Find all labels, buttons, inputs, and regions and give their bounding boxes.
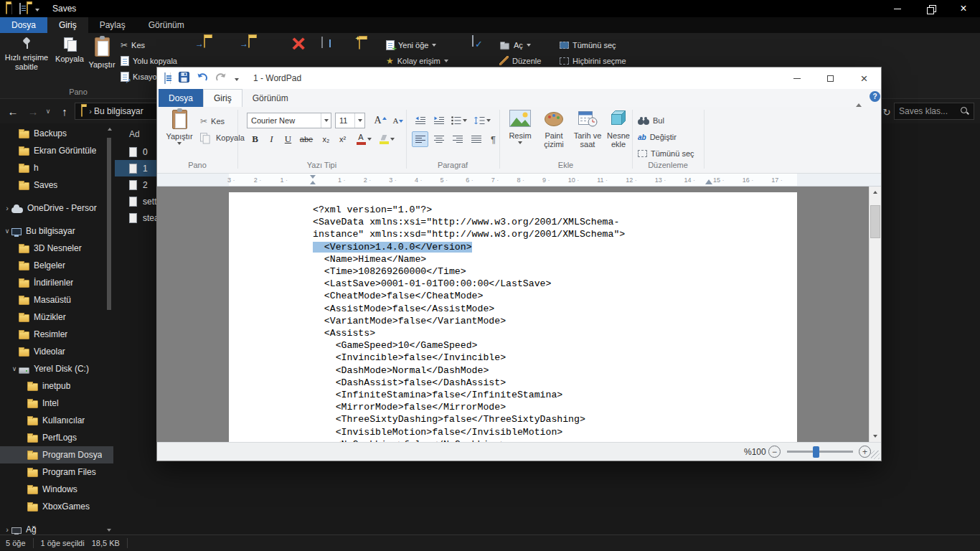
resize-grip[interactable] <box>871 451 880 459</box>
zoom-in-button[interactable]: + <box>859 446 871 458</box>
sidebar-item[interactable]: Program Dosya <box>0 446 113 463</box>
sidebar-item[interactable]: Ağ <box>0 521 113 534</box>
sidebar-item[interactable]: Program Files <box>0 463 113 481</box>
sidebar-item[interactable]: Resimler <box>0 326 113 343</box>
explorer-tab-giris[interactable]: Giriş <box>47 17 88 33</box>
sidebar-item[interactable]: Masaüstü <box>0 291 113 309</box>
rename-button[interactable] <box>321 37 323 47</box>
wordpad-minimize-button[interactable] <box>780 67 814 89</box>
new-folder-button[interactable] <box>359 39 360 49</box>
chevron-icon[interactable] <box>3 227 11 235</box>
pin-to-quick-access-button[interactable]: Hızlı erişime sabitle <box>3 34 50 86</box>
delete-button[interactable] <box>291 34 306 54</box>
qat-new-folder-icon[interactable] <box>27 3 28 14</box>
shrink-font-button[interactable] <box>387 113 404 128</box>
document-page[interactable]: <?xml version="1.0"?> <SaveData xmlns:xs… <box>229 192 797 442</box>
wordpad-tab-gorunum[interactable]: Görünüm <box>242 89 298 107</box>
search-icon[interactable] <box>961 107 969 116</box>
sidebar-item[interactable]: XboxGames <box>0 498 113 515</box>
indent-marker[interactable] <box>310 175 316 184</box>
insert-picture-button[interactable]: Resim <box>504 108 536 144</box>
sidebar-item[interactable]: Intel <box>0 395 113 412</box>
sidebar-item[interactable]: OneDrive - Persor <box>0 199 113 217</box>
zoom-slider-track[interactable] <box>787 451 853 453</box>
refresh-button[interactable] <box>881 99 892 123</box>
chevron-icon[interactable] <box>3 204 11 212</box>
line-spacing-button[interactable] <box>472 113 492 128</box>
sidebar-scrollbar[interactable] <box>106 125 113 534</box>
copy-button[interactable]: Kopyala <box>55 34 85 86</box>
sidebar-item[interactable]: Windows <box>0 481 113 498</box>
sidebar-item[interactable]: Saves <box>0 176 113 194</box>
sidebar-item[interactable]: h <box>0 159 113 176</box>
up-button[interactable]: ↑ <box>56 99 73 123</box>
chevron-icon[interactable] <box>3 525 11 534</box>
font-size-select[interactable]: 11 <box>335 113 365 128</box>
font-family-caret-icon[interactable] <box>321 113 331 128</box>
recent-locations-caret-icon[interactable]: ∨ <box>42 99 55 123</box>
select-none-button[interactable]: Hiçbirini seçme <box>560 53 626 68</box>
grow-font-button[interactable] <box>369 113 386 128</box>
highlight-button[interactable] <box>377 131 397 147</box>
document-scrollbar[interactable] <box>869 187 881 442</box>
align-center-button[interactable] <box>430 131 447 147</box>
search-input[interactable] <box>899 106 961 116</box>
strikethrough-button[interactable]: abe <box>296 131 316 147</box>
back-button[interactable]: ← <box>3 99 23 123</box>
explorer-restore-button[interactable] <box>914 0 947 17</box>
easy-access-button[interactable]: Kolay erişim <box>386 53 448 68</box>
sidebar-item[interactable]: inetpub <box>0 377 113 395</box>
superscript-button[interactable]: x² <box>334 131 351 147</box>
sidebar-item[interactable]: Yerel Disk (C:) <box>0 360 113 377</box>
collapse-ribbon-button[interactable] <box>856 93 862 103</box>
explorer-titlebar[interactable]: Saves <box>0 0 980 17</box>
font-family-select[interactable]: Courier New <box>247 113 331 128</box>
search-box[interactable] <box>894 103 974 120</box>
select-all-button[interactable]: Tümünü seç <box>638 146 694 161</box>
sidebar-item[interactable]: İndirilenler <box>0 274 113 291</box>
forward-button[interactable]: → <box>24 99 42 123</box>
qat-customize-caret-icon[interactable] <box>235 78 239 81</box>
edit-button[interactable]: Düzenle <box>499 53 541 68</box>
qat-properties-icon[interactable] <box>19 3 21 14</box>
scroll-up-icon[interactable] <box>873 191 877 194</box>
explorer-close-button[interactable] <box>947 0 980 17</box>
sidebar-item[interactable]: Belgeler <box>0 257 113 274</box>
replace-button[interactable]: ab Değiştir <box>638 130 677 144</box>
chevron-icon[interactable] <box>10 365 19 372</box>
sidebar-item[interactable]: Bu bilgisayar <box>0 222 113 240</box>
document-scrollbar-thumb[interactable] <box>870 205 880 238</box>
wordpad-titlebar[interactable]: 1 - WordPad <box>157 67 881 89</box>
wordpad-tab-giris[interactable]: Giriş <box>203 89 242 107</box>
paste-button[interactable]: Yapıştır <box>86 34 118 86</box>
copy-path-button[interactable]: Yolu kopyala <box>121 53 177 68</box>
insert-paint-drawing-button[interactable]: Paint çizimi <box>538 108 570 149</box>
font-size-caret-icon[interactable] <box>354 113 364 128</box>
select-all-button[interactable]: Tümünü seç <box>560 37 616 52</box>
undo-button[interactable] <box>197 72 208 85</box>
sidebar-item[interactable]: Ekran Görüntüle <box>0 142 113 159</box>
sidebar-item[interactable]: PerfLogs <box>0 429 113 446</box>
explorer-tab-gorunum[interactable]: Görünüm <box>137 17 196 33</box>
sidebar-item[interactable]: Videolar <box>0 343 113 360</box>
scroll-up-icon[interactable] <box>108 128 112 131</box>
explorer-tab-dosya[interactable]: Dosya <box>0 17 47 33</box>
right-indent-marker[interactable] <box>705 179 712 184</box>
explorer-tab-paylas[interactable]: Paylaş <box>88 17 137 33</box>
justify-button[interactable] <box>468 131 484 147</box>
zoom-slider-thumb[interactable] <box>813 446 819 458</box>
italic-button[interactable]: I <box>263 131 280 147</box>
align-right-button[interactable] <box>449 131 466 147</box>
font-color-button[interactable] <box>354 131 374 147</box>
increase-indent-button[interactable] <box>430 113 447 128</box>
open-button[interactable]: Aç <box>499 37 531 52</box>
sidebar-item[interactable]: Backups <box>0 125 113 142</box>
sidebar-scrollbar-thumb[interactable] <box>107 138 111 310</box>
sidebar-item[interactable]: Müzikler <box>0 309 113 326</box>
scroll-down-icon[interactable] <box>107 529 111 532</box>
explorer-minimize-button[interactable] <box>881 0 914 17</box>
find-button[interactable]: Bul <box>638 113 664 128</box>
bold-button[interactable]: B <box>247 131 263 147</box>
zoom-out-button[interactable]: − <box>768 446 781 458</box>
insert-datetime-button[interactable]: Tarih ve saat <box>572 108 603 149</box>
